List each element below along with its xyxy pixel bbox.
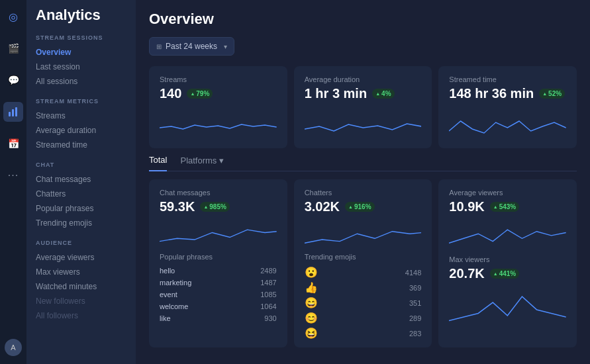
phrase-text: welcome bbox=[160, 302, 188, 310]
avg-viewers-chart bbox=[449, 221, 566, 244]
emoji-4: 😊 bbox=[305, 312, 318, 324]
chat-messages-chart bbox=[160, 221, 277, 244]
analytics-bar-icon[interactable] bbox=[3, 102, 23, 122]
phrase-text: event bbox=[160, 291, 177, 298]
sidebar-item-average-viewers[interactable]: Average viewers bbox=[36, 250, 126, 265]
streamed-time-card: Streamed time 148 hr 36 min 52% bbox=[438, 66, 577, 148]
emoji-count-4: 289 bbox=[409, 314, 421, 322]
emoji-1: 😮 bbox=[305, 266, 318, 279]
sidebar-item-trending-emojis[interactable]: Trending emojis bbox=[36, 216, 126, 230]
chat-messages-badge: 985% bbox=[200, 202, 230, 212]
sidebar-item-all-sessions[interactable]: All sessions bbox=[36, 74, 126, 89]
sidebar-item-chatters[interactable]: Chatters bbox=[36, 187, 126, 201]
sidebar-item-max-viewers[interactable]: Max viewers bbox=[36, 265, 126, 279]
streamed-time-badge: 52% bbox=[539, 89, 565, 99]
sidebar-item-streams[interactable]: Streams bbox=[36, 109, 126, 123]
calendar-bar-icon[interactable]: 📅 bbox=[3, 134, 23, 154]
streamed-time-chart bbox=[449, 108, 566, 141]
avg-viewers-value: 10.9K bbox=[449, 199, 484, 214]
popular-phrases-title: Popular phrases bbox=[160, 253, 277, 261]
chatters-badge: 916% bbox=[345, 202, 375, 212]
sidebar-item-popular-phrases[interactable]: Popular phrases bbox=[36, 201, 126, 216]
chat-bubble-icon[interactable]: 💬 bbox=[3, 70, 23, 90]
main-content: Overview ⊞ Past 24 weeks ▾ Streams 140 7… bbox=[136, 0, 590, 364]
top-stats-grid: Streams 140 79% Average duration 1 hr 3 … bbox=[149, 66, 577, 148]
bottom-section: Chat messages 59.3K 985% Popular phrases… bbox=[149, 179, 577, 347]
sidebar-item-overview[interactable]: Overview bbox=[36, 45, 126, 60]
more-bar-icon[interactable]: ··· bbox=[3, 165, 23, 185]
tab-total[interactable]: Total bbox=[149, 155, 167, 171]
sidebar-item-watched-minutes[interactable]: Watched minutes bbox=[36, 279, 126, 294]
phrase-count: 1064 bbox=[260, 302, 276, 310]
chevron-down-icon: ▾ bbox=[224, 43, 227, 50]
avg-viewers-badge: 543% bbox=[490, 202, 520, 212]
chatters-label: Chatters bbox=[305, 189, 422, 197]
phrase-event: event 1085 bbox=[160, 289, 277, 300]
emoji-count-2: 369 bbox=[409, 284, 421, 292]
max-viewers-value: 20.7K bbox=[449, 266, 484, 281]
emoji-count-3: 351 bbox=[409, 299, 421, 307]
emoji-2: 👍 bbox=[305, 281, 318, 294]
chatters-value: 3.02K bbox=[305, 199, 340, 214]
phrase-count: 1487 bbox=[260, 279, 276, 287]
phrase-like: like 930 bbox=[160, 312, 277, 324]
video-icon[interactable]: 🎬 bbox=[3, 38, 23, 58]
streamed-time-value: 148 hr 36 min bbox=[449, 86, 534, 101]
trending-emojis-title: Trending emojis bbox=[305, 253, 422, 261]
max-viewers-chart bbox=[449, 288, 566, 324]
emoji-row-3: 😄 351 bbox=[305, 295, 422, 310]
streamed-time-value-row: 148 hr 36 min 52% bbox=[449, 86, 566, 101]
phrase-hello: hello 2489 bbox=[160, 265, 277, 277]
avg-duration-value-row: 1 hr 3 min 4% bbox=[305, 86, 422, 101]
tab-platforms[interactable]: Platforms ▾ bbox=[180, 156, 224, 171]
avg-duration-badge: 4% bbox=[372, 89, 394, 99]
streams-value-row: 140 79% bbox=[160, 86, 277, 101]
sidebar-item-chat-messages[interactable]: Chat messages bbox=[36, 172, 126, 187]
emoji-row-4: 😊 289 bbox=[305, 310, 422, 326]
emoji-count-1: 4148 bbox=[405, 269, 421, 277]
streams-label: Streams bbox=[160, 75, 277, 83]
filter-label: Past 24 weeks bbox=[166, 42, 217, 51]
emoji-row-5: 😆 283 bbox=[305, 326, 422, 341]
sidebar-item-average-duration[interactable]: Average duration bbox=[36, 123, 126, 138]
max-viewers-badge: 441% bbox=[490, 269, 520, 279]
streams-card: Streams 140 79% bbox=[149, 66, 287, 148]
phrase-text: hello bbox=[160, 267, 175, 275]
logo-icon[interactable]: ◎ bbox=[3, 7, 23, 26]
avatar[interactable]: A bbox=[5, 339, 22, 356]
sidebar-item-last-session[interactable]: Last session bbox=[36, 60, 126, 74]
sidebar-title: Analytics bbox=[36, 7, 126, 24]
tab-platforms-chevron-icon: ▾ bbox=[219, 156, 224, 165]
avg-viewers-card: Average viewers 10.9K 543% Max viewers 2… bbox=[438, 179, 577, 347]
section-label-audience: Audience bbox=[36, 240, 126, 246]
grid-icon: ⊞ bbox=[156, 43, 162, 50]
avg-duration-card: Average duration 1 hr 3 min 4% bbox=[294, 66, 432, 148]
section-label-chat: Chat bbox=[36, 161, 126, 168]
section-label-stream-metrics: Stream Metrics bbox=[36, 98, 126, 105]
filter-bar: ⊞ Past 24 weeks ▾ bbox=[149, 37, 577, 56]
streams-chart bbox=[160, 108, 277, 141]
chat-messages-value-row: 59.3K 985% bbox=[160, 199, 277, 214]
svg-rect-1 bbox=[12, 109, 14, 116]
page-title: Overview bbox=[149, 11, 577, 28]
emoji-row-1: 😮 4148 bbox=[305, 265, 422, 280]
section-label-stream-sessions: Stream Sessions bbox=[36, 34, 126, 41]
emoji-3: 😄 bbox=[305, 296, 318, 309]
sidebar: Analytics Stream Sessions Overview Last … bbox=[26, 0, 136, 364]
emoji-5: 😆 bbox=[305, 327, 318, 340]
svg-rect-2 bbox=[15, 107, 17, 116]
chat-messages-value: 59.3K bbox=[160, 199, 195, 214]
chat-messages-label: Chat messages bbox=[160, 189, 277, 197]
avg-duration-value: 1 hr 3 min bbox=[305, 86, 367, 101]
sidebar-item-streamed-time[interactable]: Streamed time bbox=[36, 138, 126, 152]
phrase-text: like bbox=[160, 314, 171, 322]
streamed-time-label: Streamed time bbox=[449, 75, 566, 83]
avg-viewers-value-row: 10.9K 543% bbox=[449, 199, 566, 214]
phrase-count: 2489 bbox=[260, 267, 276, 275]
max-viewers-label: Max viewers bbox=[449, 255, 566, 263]
streams-badge: 79% bbox=[187, 89, 213, 99]
date-range-dropdown[interactable]: ⊞ Past 24 weeks ▾ bbox=[149, 37, 234, 56]
phrase-marketing: marketing 1487 bbox=[160, 277, 277, 289]
streams-value: 140 bbox=[160, 86, 181, 101]
avg-duration-label: Average duration bbox=[305, 75, 422, 83]
